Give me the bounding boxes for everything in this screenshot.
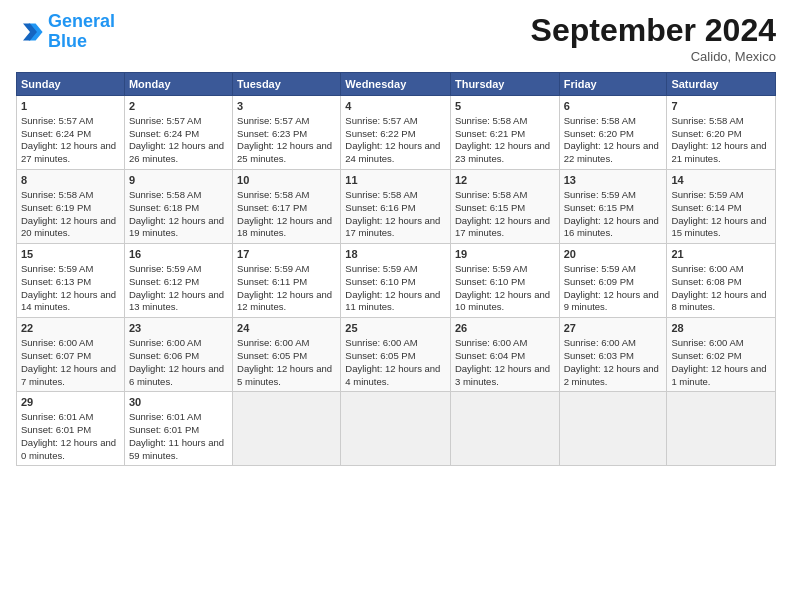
day-number: 4 [345, 99, 446, 114]
calendar-cell [450, 392, 559, 466]
col-monday: Monday [124, 73, 232, 96]
day-number: 16 [129, 247, 228, 262]
day-number: 10 [237, 173, 336, 188]
col-tuesday: Tuesday [233, 73, 341, 96]
calendar-cell: 5Sunrise: 5:58 AMSunset: 6:21 PMDaylight… [450, 96, 559, 170]
col-thursday: Thursday [450, 73, 559, 96]
day-number: 11 [345, 173, 446, 188]
day-number: 25 [345, 321, 446, 336]
page: General Blue September 2024 Calido, Mexi… [0, 0, 792, 612]
calendar-cell: 1Sunrise: 5:57 AMSunset: 6:24 PMDaylight… [17, 96, 125, 170]
calendar-cell: 22Sunrise: 6:00 AMSunset: 6:07 PMDayligh… [17, 318, 125, 392]
day-number: 27 [564, 321, 663, 336]
day-number: 14 [671, 173, 771, 188]
calendar-cell [667, 392, 776, 466]
day-number: 6 [564, 99, 663, 114]
calendar-cell: 19Sunrise: 5:59 AMSunset: 6:10 PMDayligh… [450, 244, 559, 318]
day-number: 9 [129, 173, 228, 188]
day-number: 21 [671, 247, 771, 262]
calendar-cell: 26Sunrise: 6:00 AMSunset: 6:04 PMDayligh… [450, 318, 559, 392]
day-number: 1 [21, 99, 120, 114]
calendar-cell: 13Sunrise: 5:59 AMSunset: 6:15 PMDayligh… [559, 170, 667, 244]
calendar-cell: 15Sunrise: 5:59 AMSunset: 6:13 PMDayligh… [17, 244, 125, 318]
calendar-cell: 2Sunrise: 5:57 AMSunset: 6:24 PMDaylight… [124, 96, 232, 170]
calendar-cell: 8Sunrise: 5:58 AMSunset: 6:19 PMDaylight… [17, 170, 125, 244]
calendar-table: Sunday Monday Tuesday Wednesday Thursday… [16, 72, 776, 466]
calendar-cell: 3Sunrise: 5:57 AMSunset: 6:23 PMDaylight… [233, 96, 341, 170]
calendar-cell: 30Sunrise: 6:01 AMSunset: 6:01 PMDayligh… [124, 392, 232, 466]
title-area: September 2024 Calido, Mexico [531, 12, 776, 64]
logo-text: General Blue [48, 12, 115, 52]
logo-icon [16, 18, 44, 46]
day-number: 20 [564, 247, 663, 262]
calendar-cell: 29Sunrise: 6:01 AMSunset: 6:01 PMDayligh… [17, 392, 125, 466]
calendar-cell: 7Sunrise: 5:58 AMSunset: 6:20 PMDaylight… [667, 96, 776, 170]
calendar-cell: 17Sunrise: 5:59 AMSunset: 6:11 PMDayligh… [233, 244, 341, 318]
calendar-cell: 24Sunrise: 6:00 AMSunset: 6:05 PMDayligh… [233, 318, 341, 392]
day-number: 13 [564, 173, 663, 188]
calendar-cell: 11Sunrise: 5:58 AMSunset: 6:16 PMDayligh… [341, 170, 451, 244]
week-row-5: 29Sunrise: 6:01 AMSunset: 6:01 PMDayligh… [17, 392, 776, 466]
week-row-1: 1Sunrise: 5:57 AMSunset: 6:24 PMDaylight… [17, 96, 776, 170]
day-number: 19 [455, 247, 555, 262]
day-number: 30 [129, 395, 228, 410]
day-number: 7 [671, 99, 771, 114]
calendar-cell: 10Sunrise: 5:58 AMSunset: 6:17 PMDayligh… [233, 170, 341, 244]
day-number: 5 [455, 99, 555, 114]
col-saturday: Saturday [667, 73, 776, 96]
calendar-cell: 20Sunrise: 5:59 AMSunset: 6:09 PMDayligh… [559, 244, 667, 318]
day-number: 22 [21, 321, 120, 336]
day-number: 17 [237, 247, 336, 262]
calendar-cell: 12Sunrise: 5:58 AMSunset: 6:15 PMDayligh… [450, 170, 559, 244]
week-row-2: 8Sunrise: 5:58 AMSunset: 6:19 PMDaylight… [17, 170, 776, 244]
calendar-cell [559, 392, 667, 466]
header-row: Sunday Monday Tuesday Wednesday Thursday… [17, 73, 776, 96]
week-row-3: 15Sunrise: 5:59 AMSunset: 6:13 PMDayligh… [17, 244, 776, 318]
calendar-cell: 9Sunrise: 5:58 AMSunset: 6:18 PMDaylight… [124, 170, 232, 244]
day-number: 26 [455, 321, 555, 336]
logo-line1: General [48, 11, 115, 31]
header: General Blue September 2024 Calido, Mexi… [16, 12, 776, 64]
calendar-cell: 4Sunrise: 5:57 AMSunset: 6:22 PMDaylight… [341, 96, 451, 170]
calendar-cell: 14Sunrise: 5:59 AMSunset: 6:14 PMDayligh… [667, 170, 776, 244]
calendar-cell: 16Sunrise: 5:59 AMSunset: 6:12 PMDayligh… [124, 244, 232, 318]
col-wednesday: Wednesday [341, 73, 451, 96]
col-sunday: Sunday [17, 73, 125, 96]
day-number: 15 [21, 247, 120, 262]
calendar-cell: 23Sunrise: 6:00 AMSunset: 6:06 PMDayligh… [124, 318, 232, 392]
calendar-cell: 25Sunrise: 6:00 AMSunset: 6:05 PMDayligh… [341, 318, 451, 392]
calendar-cell: 6Sunrise: 5:58 AMSunset: 6:20 PMDaylight… [559, 96, 667, 170]
week-row-4: 22Sunrise: 6:00 AMSunset: 6:07 PMDayligh… [17, 318, 776, 392]
calendar-cell: 21Sunrise: 6:00 AMSunset: 6:08 PMDayligh… [667, 244, 776, 318]
location: Calido, Mexico [531, 49, 776, 64]
calendar-cell [341, 392, 451, 466]
month-title: September 2024 [531, 12, 776, 49]
col-friday: Friday [559, 73, 667, 96]
day-number: 3 [237, 99, 336, 114]
calendar-cell: 18Sunrise: 5:59 AMSunset: 6:10 PMDayligh… [341, 244, 451, 318]
day-number: 24 [237, 321, 336, 336]
day-number: 28 [671, 321, 771, 336]
logo-line2: Blue [48, 31, 87, 51]
day-number: 23 [129, 321, 228, 336]
calendar-cell: 27Sunrise: 6:00 AMSunset: 6:03 PMDayligh… [559, 318, 667, 392]
day-number: 2 [129, 99, 228, 114]
logo: General Blue [16, 12, 115, 52]
calendar-cell: 28Sunrise: 6:00 AMSunset: 6:02 PMDayligh… [667, 318, 776, 392]
calendar-cell [233, 392, 341, 466]
day-number: 12 [455, 173, 555, 188]
day-number: 18 [345, 247, 446, 262]
day-number: 29 [21, 395, 120, 410]
day-number: 8 [21, 173, 120, 188]
